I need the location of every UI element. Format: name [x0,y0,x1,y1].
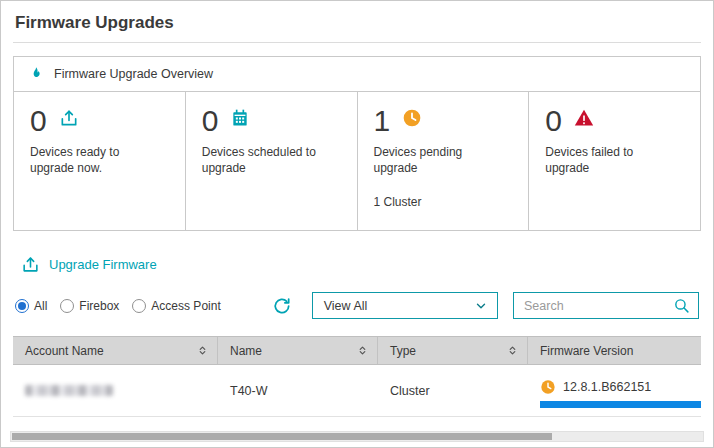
radio-all[interactable]: All [15,299,47,313]
title-divider [13,42,701,43]
table-row[interactable]: T40-W Cluster 12.8.1.B662151 [13,365,701,416]
view-filter-selected-value: View All [324,299,368,313]
stat-value: 0 [545,105,562,137]
upload-icon [59,108,79,132]
account-name-redacted [25,385,113,396]
firmware-upgrades-page: Firmware Upgrades Firmware Upgrade Overv… [0,0,714,448]
column-header-type[interactable]: Type [378,337,528,364]
stat-sub-cluster-count: 1 Cluster [374,195,515,209]
stat-label: Devices scheduled to upgrade [202,144,320,178]
search-icon[interactable] [673,297,690,314]
upload-icon [21,255,40,274]
radio-firebox[interactable]: Firebox [60,299,119,313]
sort-icon [197,345,208,356]
refresh-icon [272,296,292,316]
column-header-name[interactable]: Name [218,337,378,364]
calendar-icon [230,108,250,132]
alert-icon [574,108,594,132]
view-filter-select[interactable]: View All [312,292,498,319]
radio-dot-icon [132,299,146,313]
firmware-version-text: 12.8.1.B662151 [563,380,651,394]
column-label: Account Name [25,344,104,358]
stat-value: 0 [30,105,47,137]
devices-table: Account Name Name Type [13,336,701,417]
cell-firmware-version: 12.8.1.B662151 [528,365,701,416]
column-header-firmware-version[interactable]: Firmware Version [528,337,701,364]
cell-device-name: T40-W [218,365,378,416]
chevron-down-icon [474,299,488,313]
upgrade-progress-bar [540,401,701,408]
cell-account-name [13,365,218,416]
stat-label: Devices pending upgrade [374,144,492,178]
search-input[interactable] [524,299,673,313]
search-box [513,292,699,319]
refresh-button[interactable] [272,296,292,316]
overview-stats: 0 Devices ready to upgrade now. 0 Device… [14,92,700,230]
sort-icon [507,345,518,356]
radio-dot-icon [15,299,29,313]
stat-value: 0 [202,105,219,137]
upgrade-firmware-label: Upgrade Firmware [49,257,157,272]
radio-label: All [34,299,47,313]
radio-label: Firebox [79,299,119,313]
stat-scheduled-to-upgrade: 0 Devices scheduled to upgrade [186,92,358,230]
column-label: Firmware Version [540,344,633,358]
stat-value: 1 [374,105,391,137]
filter-toolbar: All Firebox Access Point View All [15,292,701,319]
overview-card-title: Firmware Upgrade Overview [54,67,213,81]
stat-label: Devices failed to upgrade [545,144,663,178]
upgrade-firmware-button[interactable]: Upgrade Firmware [21,255,157,274]
cell-device-type: Cluster [378,365,528,416]
firmware-overview-card: Firmware Upgrade Overview 0 Devices read… [13,56,701,231]
stat-failed-to-upgrade: 0 Devices failed to upgrade [529,92,700,230]
pending-icon [540,379,556,395]
stat-label: Devices ready to upgrade now. [30,144,148,178]
overview-card-header: Firmware Upgrade Overview [14,57,700,92]
radio-dot-icon [60,299,74,313]
radio-label: Access Point [151,299,220,313]
sort-icon [357,345,368,356]
table-header-row: Account Name Name Type [13,336,701,365]
horizontal-scrollbar[interactable] [10,431,704,442]
horizontal-scrollbar-thumb[interactable] [12,433,552,440]
stat-pending-upgrade: 1 Devices pending upgrade 1 Cluster [358,92,530,230]
column-label: Name [230,344,262,358]
page-title: Firmware Upgrades [15,13,701,33]
radio-access-point[interactable]: Access Point [132,299,220,313]
pending-icon [402,108,422,132]
column-label: Type [390,344,416,358]
column-header-account-name[interactable]: Account Name [13,337,218,364]
stat-ready-to-upgrade: 0 Devices ready to upgrade now. [14,92,186,230]
flame-icon [28,66,44,82]
